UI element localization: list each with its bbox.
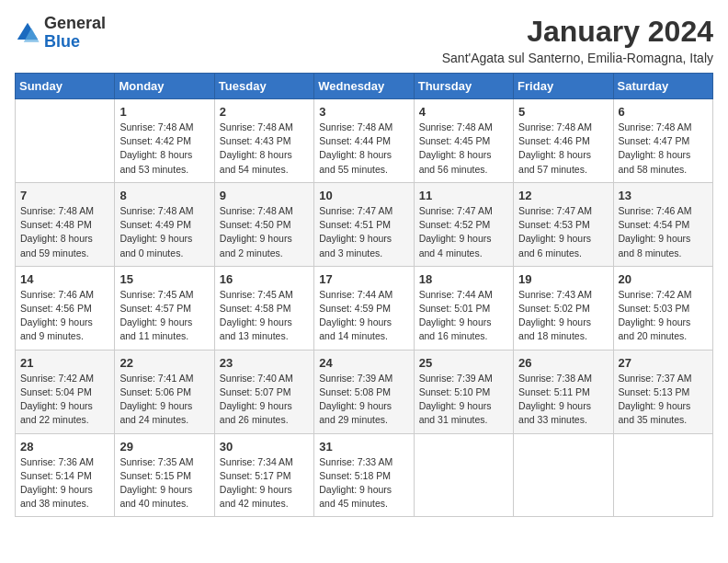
- calendar-cell: 10Sunrise: 7:47 AMSunset: 4:51 PMDayligh…: [314, 182, 414, 266]
- week-row-5: 28Sunrise: 7:36 AMSunset: 5:14 PMDayligh…: [16, 433, 713, 517]
- calendar-cell: 8Sunrise: 7:48 AMSunset: 4:49 PMDaylight…: [115, 182, 214, 266]
- day-number: 16: [220, 272, 309, 286]
- day-number: 28: [20, 440, 109, 454]
- day-number: 1: [119, 105, 209, 119]
- day-info: Sunrise: 7:35 AMSunset: 5:15 PMDaylight:…: [119, 455, 209, 511]
- calendar-cell: 19Sunrise: 7:43 AMSunset: 5:02 PMDayligh…: [514, 266, 613, 350]
- calendar-cell: 16Sunrise: 7:45 AMSunset: 4:58 PMDayligh…: [214, 266, 313, 350]
- day-info: Sunrise: 7:39 AMSunset: 5:08 PMDaylight:…: [319, 372, 408, 428]
- day-info: Sunrise: 7:38 AMSunset: 5:11 PMDaylight:…: [518, 372, 608, 428]
- day-info: Sunrise: 7:48 AMSunset: 4:50 PMDaylight:…: [220, 204, 309, 260]
- calendar-cell: 20Sunrise: 7:42 AMSunset: 5:03 PMDayligh…: [613, 266, 712, 350]
- day-number: 2: [220, 105, 309, 119]
- weekday-row: SundayMondayTuesdayWednesdayThursdayFrid…: [16, 74, 713, 99]
- day-number: 10: [319, 189, 408, 202]
- day-info: Sunrise: 7:45 AMSunset: 4:58 PMDaylight:…: [220, 288, 309, 344]
- week-row-4: 21Sunrise: 7:42 AMSunset: 5:04 PMDayligh…: [16, 350, 713, 433]
- day-info: Sunrise: 7:46 AMSunset: 4:56 PMDaylight:…: [20, 288, 109, 344]
- day-info: Sunrise: 7:39 AMSunset: 5:10 PMDaylight:…: [419, 372, 508, 428]
- day-number: 3: [319, 105, 408, 119]
- weekday-header-thursday: Thursday: [414, 74, 513, 99]
- page-header: General Blue January 2024 Sant'Agata sul…: [15, 15, 713, 65]
- logo-general: General: [44, 14, 106, 32]
- logo-text: General Blue: [44, 15, 106, 52]
- calendar-cell: [514, 433, 613, 517]
- calendar-cell: 1Sunrise: 7:48 AMSunset: 4:42 PMDaylight…: [115, 99, 214, 183]
- day-number: 6: [619, 105, 708, 119]
- weekday-header-monday: Monday: [115, 74, 214, 99]
- day-info: Sunrise: 7:48 AMSunset: 4:48 PMDaylight:…: [20, 204, 109, 260]
- day-number: 14: [20, 272, 109, 286]
- day-number: 31: [319, 440, 408, 454]
- calendar-cell: [414, 433, 513, 517]
- day-info: Sunrise: 7:47 AMSunset: 4:51 PMDaylight:…: [319, 204, 408, 260]
- day-number: 30: [220, 440, 309, 454]
- week-row-1: 1Sunrise: 7:48 AMSunset: 4:42 PMDaylight…: [16, 99, 713, 183]
- calendar-table: SundayMondayTuesdayWednesdayThursdayFrid…: [15, 73, 713, 517]
- day-number: 18: [419, 272, 508, 286]
- calendar-cell: 31Sunrise: 7:33 AMSunset: 5:18 PMDayligh…: [314, 433, 414, 517]
- weekday-header-wednesday: Wednesday: [314, 74, 414, 99]
- calendar-cell: 4Sunrise: 7:48 AMSunset: 4:45 PMDaylight…: [414, 99, 513, 183]
- day-number: 5: [518, 105, 608, 119]
- calendar-body: 1Sunrise: 7:48 AMSunset: 4:42 PMDaylight…: [16, 99, 713, 517]
- calendar-cell: 30Sunrise: 7:34 AMSunset: 5:17 PMDayligh…: [214, 433, 313, 517]
- day-number: 22: [119, 356, 209, 370]
- day-info: Sunrise: 7:48 AMSunset: 4:43 PMDaylight:…: [220, 121, 309, 177]
- calendar-cell: 13Sunrise: 7:46 AMSunset: 4:54 PMDayligh…: [613, 182, 712, 266]
- calendar-cell: 2Sunrise: 7:48 AMSunset: 4:43 PMDaylight…: [214, 99, 313, 183]
- day-info: Sunrise: 7:41 AMSunset: 5:06 PMDaylight:…: [119, 372, 209, 428]
- calendar-cell: 12Sunrise: 7:47 AMSunset: 4:53 PMDayligh…: [514, 182, 613, 266]
- calendar-cell: 24Sunrise: 7:39 AMSunset: 5:08 PMDayligh…: [314, 350, 414, 433]
- day-info: Sunrise: 7:45 AMSunset: 4:57 PMDaylight:…: [119, 288, 209, 344]
- calendar-cell: 3Sunrise: 7:48 AMSunset: 4:44 PMDaylight…: [314, 99, 414, 183]
- day-info: Sunrise: 7:47 AMSunset: 4:53 PMDaylight:…: [518, 204, 608, 260]
- day-number: 9: [220, 189, 309, 202]
- day-info: Sunrise: 7:48 AMSunset: 4:44 PMDaylight:…: [319, 121, 408, 177]
- calendar-cell: 21Sunrise: 7:42 AMSunset: 5:04 PMDayligh…: [16, 350, 115, 433]
- calendar-cell: 26Sunrise: 7:38 AMSunset: 5:11 PMDayligh…: [514, 350, 613, 433]
- day-number: 11: [419, 189, 508, 202]
- day-number: 27: [619, 356, 708, 370]
- day-info: Sunrise: 7:48 AMSunset: 4:45 PMDaylight:…: [419, 121, 508, 177]
- day-info: Sunrise: 7:48 AMSunset: 4:49 PMDaylight:…: [119, 204, 209, 260]
- calendar-cell: 22Sunrise: 7:41 AMSunset: 5:06 PMDayligh…: [115, 350, 214, 433]
- calendar-cell: 27Sunrise: 7:37 AMSunset: 5:13 PMDayligh…: [613, 350, 712, 433]
- calendar-cell: [613, 433, 712, 517]
- day-number: 12: [518, 189, 608, 202]
- calendar-cell: 23Sunrise: 7:40 AMSunset: 5:07 PMDayligh…: [214, 350, 313, 433]
- calendar-title: January 2024: [442, 15, 713, 49]
- day-number: 7: [20, 189, 109, 202]
- calendar-header: SundayMondayTuesdayWednesdayThursdayFrid…: [16, 74, 713, 99]
- day-number: 20: [619, 272, 708, 286]
- weekday-header-tuesday: Tuesday: [214, 74, 313, 99]
- day-number: 4: [419, 105, 508, 119]
- day-info: Sunrise: 7:37 AMSunset: 5:13 PMDaylight:…: [619, 372, 708, 428]
- day-number: 24: [319, 356, 408, 370]
- weekday-header-sunday: Sunday: [16, 74, 115, 99]
- day-number: 25: [419, 356, 508, 370]
- calendar-cell: 15Sunrise: 7:45 AMSunset: 4:57 PMDayligh…: [115, 266, 214, 350]
- weekday-header-saturday: Saturday: [613, 74, 712, 99]
- day-info: Sunrise: 7:36 AMSunset: 5:14 PMDaylight:…: [20, 455, 109, 511]
- logo-icon: [15, 20, 40, 46]
- day-info: Sunrise: 7:48 AMSunset: 4:47 PMDaylight:…: [619, 121, 708, 177]
- day-info: Sunrise: 7:44 AMSunset: 5:01 PMDaylight:…: [419, 288, 508, 344]
- calendar-cell: 5Sunrise: 7:48 AMSunset: 4:46 PMDaylight…: [514, 99, 613, 183]
- day-info: Sunrise: 7:44 AMSunset: 4:59 PMDaylight:…: [319, 288, 408, 344]
- day-number: 17: [319, 272, 408, 286]
- calendar-cell: 29Sunrise: 7:35 AMSunset: 5:15 PMDayligh…: [115, 433, 214, 517]
- day-number: 19: [518, 272, 608, 286]
- logo: General Blue: [15, 15, 106, 52]
- day-info: Sunrise: 7:33 AMSunset: 5:18 PMDaylight:…: [319, 455, 408, 511]
- day-info: Sunrise: 7:48 AMSunset: 4:42 PMDaylight:…: [119, 121, 209, 177]
- day-info: Sunrise: 7:48 AMSunset: 4:46 PMDaylight:…: [518, 121, 608, 177]
- day-info: Sunrise: 7:40 AMSunset: 5:07 PMDaylight:…: [220, 372, 309, 428]
- week-row-3: 14Sunrise: 7:46 AMSunset: 4:56 PMDayligh…: [16, 266, 713, 350]
- day-number: 8: [119, 189, 209, 202]
- calendar-cell: 18Sunrise: 7:44 AMSunset: 5:01 PMDayligh…: [414, 266, 513, 350]
- day-number: 29: [119, 440, 209, 454]
- day-number: 21: [20, 356, 109, 370]
- calendar-cell: 7Sunrise: 7:48 AMSunset: 4:48 PMDaylight…: [16, 182, 115, 266]
- calendar-cell: 14Sunrise: 7:46 AMSunset: 4:56 PMDayligh…: [16, 266, 115, 350]
